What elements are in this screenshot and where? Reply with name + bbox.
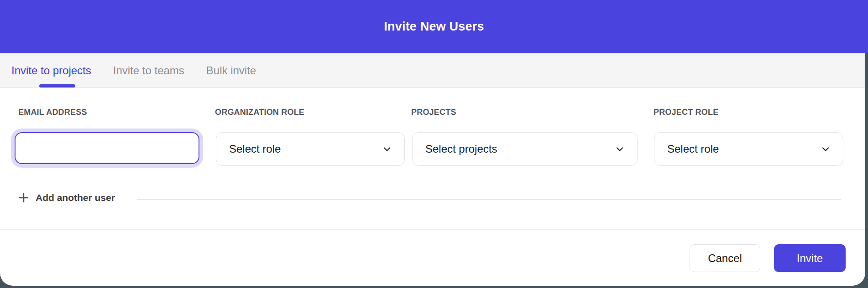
organization-role-select[interactable]: Select role <box>216 132 405 166</box>
add-another-user-label: Add another user <box>36 192 115 203</box>
projects-value: Select projects <box>425 143 497 155</box>
invite-button[interactable]: Invite <box>774 244 846 272</box>
organization-role-label: ORGANIZATION ROLE <box>215 108 304 117</box>
organization-role-value: Select role <box>229 143 281 155</box>
dialog-title: Invite New Users <box>384 20 484 34</box>
dialog-header: Invite New Users <box>0 0 868 53</box>
email-address-label: EMAIL ADDRESS <box>18 108 87 117</box>
projects-label: PROJECTS <box>411 108 456 117</box>
email-input[interactable] <box>15 132 199 164</box>
project-role-label: PROJECT ROLE <box>654 108 718 117</box>
tab-invite-to-teams[interactable]: Invite to teams <box>113 64 184 77</box>
tab-bulk-invite[interactable]: Bulk invite <box>206 64 256 77</box>
footer-divider <box>0 229 865 230</box>
tab-invite-to-projects[interactable]: Invite to projects <box>11 64 91 77</box>
row-divider-line <box>137 199 841 200</box>
project-role-select[interactable]: Select role <box>654 132 843 166</box>
chevron-down-icon <box>382 144 392 154</box>
cancel-button[interactable]: Cancel <box>690 244 760 272</box>
project-role-value: Select role <box>667 143 719 155</box>
active-tab-indicator <box>39 84 75 87</box>
email-field-focus-ring <box>11 129 203 168</box>
modal-backdrop: Invite to projects Invite to teams Bulk … <box>0 0 868 288</box>
tab-bar: Invite to projects Invite to teams Bulk … <box>0 53 865 88</box>
chevron-down-icon <box>614 144 625 154</box>
chevron-down-icon <box>820 144 831 154</box>
plus-icon <box>18 192 29 203</box>
projects-select[interactable]: Select projects <box>412 132 638 166</box>
add-another-user-button[interactable]: Add another user <box>18 192 115 203</box>
